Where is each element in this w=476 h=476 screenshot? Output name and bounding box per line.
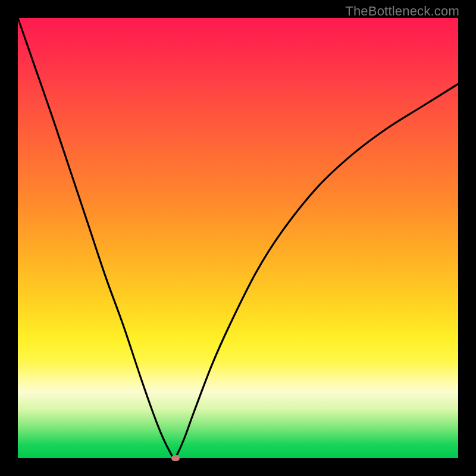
plot-area — [18, 18, 458, 458]
chart-container: TheBottleneck.com — [0, 0, 476, 476]
watermark-text: TheBottleneck.com — [345, 4, 459, 19]
bottleneck-curve — [18, 18, 458, 458]
optimal-point-marker — [171, 455, 180, 461]
